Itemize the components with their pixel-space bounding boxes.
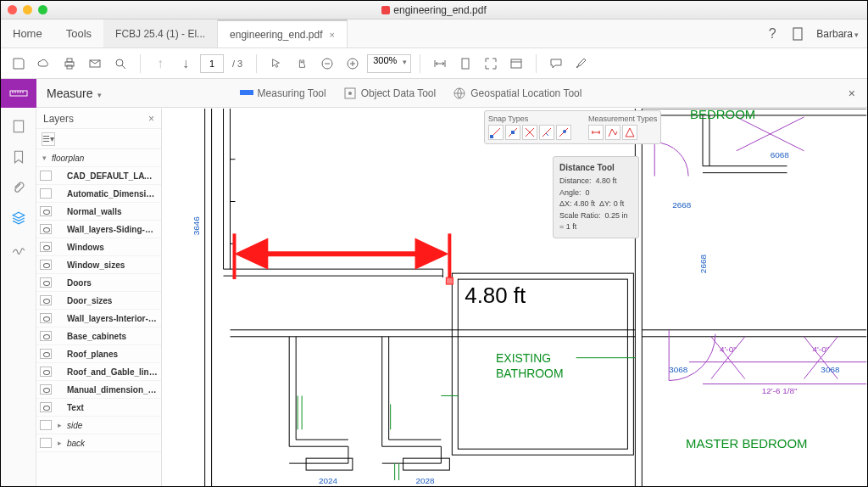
- layer-row[interactable]: Window_sizes: [36, 256, 161, 274]
- layer-visibility-icon[interactable]: [40, 367, 52, 377]
- notifications-icon[interactable]: [791, 27, 804, 41]
- svg-text:3646: 3646: [192, 216, 201, 236]
- search-icon[interactable]: [109, 53, 131, 75]
- layer-row[interactable]: Roof_planes: [36, 345, 161, 363]
- measure-area-icon[interactable]: [622, 125, 637, 140]
- layer-visibility-checkbox[interactable]: [40, 438, 52, 448]
- layer-visibility-checkbox[interactable]: [40, 171, 52, 181]
- layer-visibility-icon[interactable]: [40, 206, 52, 216]
- email-icon[interactable]: [84, 53, 106, 75]
- zoom-in-icon[interactable]: [342, 53, 364, 75]
- pointer-icon[interactable]: [265, 53, 287, 75]
- traffic-lights[interactable]: [8, 5, 47, 14]
- measure-title[interactable]: Measure ▾: [36, 87, 112, 100]
- save-icon[interactable]: [8, 53, 30, 75]
- layer-row[interactable]: ▸back: [36, 434, 161, 452]
- layer-visibility-icon[interactable]: [40, 313, 52, 323]
- layer-row[interactable]: Door_sizes: [36, 292, 161, 310]
- user-menu[interactable]: Barbara▾: [816, 28, 859, 40]
- measuring-tool-button[interactable]: Measuring Tool: [240, 87, 326, 100]
- layer-row[interactable]: ▸side: [36, 417, 161, 434]
- layer-visibility-icon[interactable]: [40, 402, 52, 412]
- thumbnails-icon[interactable]: [9, 117, 28, 136]
- layer-visibility-icon[interactable]: [40, 295, 52, 305]
- close-layers-panel-icon[interactable]: ×: [148, 113, 154, 125]
- page-up-icon[interactable]: ↑: [149, 53, 171, 75]
- layer-row[interactable]: Wall_layers-Interior-6-L4: [36, 310, 161, 327]
- cloud-icon[interactable]: [33, 53, 55, 75]
- attachments-icon[interactable]: [9, 178, 28, 197]
- maximize-window-button[interactable]: [38, 5, 47, 14]
- document-tab[interactable]: engineering_end.pdf×: [218, 20, 348, 48]
- snap-endpoint-icon[interactable]: [488, 125, 504, 140]
- layer-visibility-icon[interactable]: [40, 384, 52, 395]
- layer-row[interactable]: Roof_and_Gable_lines: [36, 363, 161, 381]
- help-icon[interactable]: ?: [765, 27, 779, 41]
- svg-text:2668: 2668: [698, 255, 708, 274]
- layer-visibility-checkbox[interactable]: [40, 420, 52, 430]
- document-tab[interactable]: FCBJ 25.4 (1) - El...: [103, 20, 218, 48]
- layer-visibility-icon[interactable]: [40, 224, 52, 234]
- page-down-icon[interactable]: ↓: [175, 53, 197, 75]
- snap-perpendicular-icon[interactable]: [539, 125, 554, 140]
- layers-options-icon[interactable]: ☰▾: [42, 132, 55, 146]
- hand-icon[interactable]: [291, 53, 313, 75]
- measure-distance-icon[interactable]: [588, 125, 604, 140]
- layer-name: Text: [67, 403, 158, 412]
- layer-visibility-icon[interactable]: [40, 349, 52, 359]
- fit-page-icon[interactable]: [454, 53, 476, 75]
- print-icon[interactable]: [58, 53, 81, 75]
- tools-menu[interactable]: Tools: [54, 20, 103, 48]
- fit-width-icon[interactable]: [429, 53, 451, 75]
- layer-row[interactable]: Manual_dimension_lines: [36, 381, 161, 399]
- layer-row[interactable]: Windows: [36, 238, 161, 256]
- layer-visibility-icon[interactable]: [40, 260, 52, 270]
- menu-row: Home Tools FCBJ 25.4 (1) - El... enginee…: [1, 20, 867, 48]
- close-tab-icon[interactable]: ×: [330, 30, 335, 40]
- layers-icon[interactable]: [9, 209, 28, 227]
- layer-visibility-icon[interactable]: [40, 242, 52, 252]
- svg-text:BEDROOM: BEDROOM: [690, 109, 755, 121]
- snap-midpoint-icon[interactable]: [505, 125, 520, 140]
- snap-types-panel[interactable]: Snap Types Measurement Types: [484, 110, 661, 144]
- svg-rect-11: [240, 90, 253, 95]
- object-data-tool-button[interactable]: Object Data Tool: [343, 87, 437, 100]
- read-mode-icon[interactable]: [505, 53, 527, 75]
- distance-tool-panel: Distance Tool Distance: 4.80 ft Angle: 0…: [553, 156, 639, 238]
- snap-nearest-icon[interactable]: [556, 125, 571, 140]
- layer-row[interactable]: Normal_walls: [36, 203, 161, 221]
- layer-row[interactable]: Doors: [36, 274, 161, 292]
- svg-rect-40: [490, 135, 493, 138]
- layer-row[interactable]: Text: [36, 399, 161, 417]
- minimize-window-button[interactable]: [23, 5, 32, 14]
- zoom-select[interactable]: 300%: [367, 54, 411, 73]
- svg-text:2024: 2024: [319, 476, 338, 485]
- home-menu[interactable]: Home: [1, 20, 54, 48]
- close-measure-bar-icon[interactable]: ×: [837, 87, 867, 100]
- layer-name: floorplan: [52, 154, 158, 163]
- layer-visibility-icon[interactable]: [40, 331, 52, 341]
- distance-tool-title: Distance Tool: [559, 161, 632, 174]
- signatures-icon[interactable]: [9, 239, 28, 258]
- comment-icon[interactable]: [545, 53, 567, 75]
- layer-row[interactable]: Base_cabinets: [36, 327, 161, 345]
- layer-visibility-checkbox[interactable]: [40, 188, 52, 199]
- layer-group-row[interactable]: ▾ floorplan: [36, 149, 161, 167]
- document-canvas[interactable]: 3646 2024 2028 2668 2668 6068 3068 3068 …: [162, 109, 867, 486]
- zoom-out-icon[interactable]: [316, 53, 338, 75]
- bookmarks-icon[interactable]: [9, 148, 28, 166]
- snap-intersection-icon[interactable]: [522, 125, 537, 140]
- fullscreen-icon[interactable]: [480, 53, 502, 75]
- layer-row[interactable]: CAD_DEFAULT_LAYER: [36, 167, 161, 185]
- layer-name: Windows: [67, 243, 158, 252]
- layer-row[interactable]: Automatic_Dimension_Lines: [36, 185, 161, 203]
- highlight-icon[interactable]: [570, 53, 593, 75]
- page-number-input[interactable]: [200, 54, 224, 73]
- measure-toolbar: Measure ▾ Measuring Tool Object Data Too…: [1, 79, 867, 108]
- measure-perimeter-icon[interactable]: [605, 125, 620, 140]
- close-window-button[interactable]: [8, 5, 17, 14]
- geospatial-tool-button[interactable]: Geospatial Location Tool: [453, 87, 581, 100]
- layer-visibility-icon[interactable]: [40, 277, 52, 288]
- measurement-types-label: Measurement Types: [588, 115, 657, 123]
- layer-row[interactable]: Wall_layers-Siding-6-L1: [36, 221, 161, 238]
